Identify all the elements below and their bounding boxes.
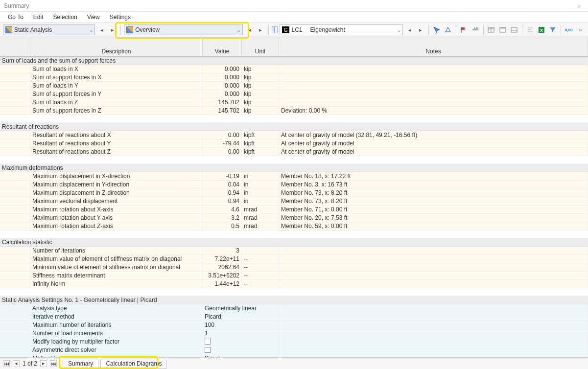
table-row[interactable]: Maximum vectorial displacement0.94inMemb… xyxy=(0,197,588,206)
tool-decimal-icon[interactable]: 0,00 xyxy=(564,25,573,35)
table-row[interactable]: Sum of loads in Y0.000kip xyxy=(0,82,588,90)
section-header: Static Analysis Settings No. 1 - Geometr… xyxy=(0,296,588,304)
page-indicator: 1 of 2 xyxy=(23,360,37,367)
table-row[interactable]: Number of load increments1 xyxy=(0,329,588,338)
page-next-button[interactable]: ▸ xyxy=(40,360,47,367)
menu-settings[interactable]: Settings xyxy=(105,13,136,22)
blank-row xyxy=(0,231,588,238)
analysis-next-button[interactable]: ▸ xyxy=(108,25,118,35)
toolbar-overflow-button[interactable]: » xyxy=(576,25,585,35)
menu-view[interactable]: View xyxy=(82,13,105,22)
svg-text:X: X xyxy=(540,28,543,33)
tool-dimension-icon[interactable]: x.xx xyxy=(470,25,480,35)
table-row[interactable]: Stiffness matrix determinant3.51e+6202-- xyxy=(0,272,588,280)
menu-selection[interactable]: Selection xyxy=(48,13,82,22)
col-notes: Notes xyxy=(279,37,588,56)
analysis-label: Static Analysis xyxy=(14,26,88,33)
table-row[interactable]: Infinity Norm1.44e+12-- xyxy=(0,280,588,288)
overview-prev-button[interactable]: ◂ xyxy=(245,25,255,35)
blank-row xyxy=(0,288,588,296)
table-row[interactable]: Resultant of reactions about X0.00kipftA… xyxy=(0,131,588,139)
table-row[interactable]: Sum of support forces in Y0.000kip xyxy=(0,90,588,98)
separator xyxy=(483,25,484,35)
table-row[interactable]: Resultant of reactions about Z0.00kipftA… xyxy=(0,148,588,156)
table-row[interactable]: Maximum displacement in Z-direction0.94i… xyxy=(0,189,588,197)
table-row[interactable]: Modify loading by multiplier factor xyxy=(0,338,588,346)
tool-table-icon[interactable] xyxy=(487,25,496,35)
blank-row xyxy=(0,115,588,123)
col-description: Description xyxy=(30,37,203,56)
table-row[interactable]: Maximum displacement in X-direction-0.19… xyxy=(0,172,588,181)
page-last-button[interactable]: ⏭ xyxy=(50,360,57,367)
table-row[interactable]: Maximum value of element of stiffness ma… xyxy=(0,255,588,263)
table-row[interactable]: Asymmetric direct solver xyxy=(0,346,588,354)
table-row[interactable]: Sum of support forces in Z145.702kipDevi… xyxy=(0,107,588,115)
svg-marker-0 xyxy=(446,27,450,32)
table-row[interactable]: Maximum number of iterations100 xyxy=(0,321,588,329)
loadcase-dropdown[interactable]: G LC1 Eigengewicht ⌵ xyxy=(280,24,403,35)
table-row[interactable]: Iterative methodPicard xyxy=(0,313,588,321)
page-prev-button[interactable]: ◂ xyxy=(13,360,20,367)
loadcase-next-button[interactable]: ▸ xyxy=(416,25,425,35)
loadcase-tag: G xyxy=(282,26,290,33)
footer: ⏮ ◂ 1 of 2 ▸ ⏭ Summary Calculation Diagr… xyxy=(0,357,588,369)
checkbox-icon[interactable] xyxy=(205,339,211,345)
table-row[interactable]: Maximum displacement in Y-direction0.04i… xyxy=(0,181,588,189)
section-header: Resultant of reactions xyxy=(0,123,588,131)
grid-body[interactable]: Sum of loads and the sum of support forc… xyxy=(0,57,588,365)
tool-table-row-icon[interactable] xyxy=(509,25,518,35)
table-row[interactable]: Sum of support forces in X0.000kip xyxy=(0,73,588,82)
cell-description: Sum of loads in X xyxy=(30,65,203,73)
tool-polygon-icon[interactable] xyxy=(443,25,452,35)
cell-value: 0.000 xyxy=(203,65,242,73)
tool-excel-icon[interactable]: X xyxy=(537,25,546,35)
tool-flag-icon[interactable] xyxy=(459,25,469,35)
table-row[interactable]: Maximum rotation about Y-axis-3.2mradMem… xyxy=(0,214,588,222)
overview-dropdown[interactable]: Overview ⌵ xyxy=(124,24,243,35)
loadcase-prev-button[interactable]: ◂ xyxy=(405,25,415,35)
chevron-down-icon: ⌵ xyxy=(398,27,400,33)
svg-rect-1 xyxy=(461,27,465,30)
menu-edit[interactable]: Edit xyxy=(28,13,48,22)
separator xyxy=(456,25,456,35)
table-row[interactable]: Maximum rotation about Z-axis0.5mradMemb… xyxy=(0,222,588,231)
table-row[interactable]: Sum of loads in X0.000kip xyxy=(0,65,588,73)
separator xyxy=(428,25,429,35)
tool-table-header-icon[interactable] xyxy=(498,25,507,35)
analysis-dropdown[interactable]: Static Analysis ⌵ xyxy=(3,24,95,35)
tool-align-icon[interactable] xyxy=(525,25,535,35)
tool-filter-icon[interactable] xyxy=(548,25,558,35)
table-row[interactable]: Analysis typeGeometrically linear xyxy=(0,304,588,313)
analysis-prev-button[interactable]: ◂ xyxy=(97,25,107,35)
tool-arrow-cursor-icon[interactable] xyxy=(432,25,441,35)
col-selector xyxy=(0,37,30,56)
grid-header: Description Value Unit Notes xyxy=(0,37,588,57)
table-row[interactable]: Minimum value of element of stiffness ma… xyxy=(0,263,588,272)
separator xyxy=(268,25,269,35)
overview-next-button[interactable]: ▸ xyxy=(256,25,265,35)
col-unit: Unit xyxy=(242,37,279,56)
svg-text:x.xx: x.xx xyxy=(474,26,478,29)
checkbox-icon[interactable] xyxy=(205,347,211,353)
table-row[interactable]: Resultant of reactions about Y-79.44kipf… xyxy=(0,139,588,148)
cell-unit: kip xyxy=(242,65,279,73)
menu-goto[interactable]: Go To xyxy=(3,13,28,22)
svg-marker-17 xyxy=(550,27,556,33)
close-icon[interactable]: × xyxy=(577,2,584,9)
loadcase-name: Eigengewicht xyxy=(310,26,345,33)
table-row[interactable]: Maximum rotation about X-axis4.6mradMemb… xyxy=(0,206,588,214)
overview-icon xyxy=(126,26,133,33)
section-header: Maximum deformations xyxy=(0,164,588,172)
color-swatch xyxy=(272,26,278,33)
svg-rect-10 xyxy=(511,30,517,31)
tab-summary[interactable]: Summary xyxy=(63,359,98,369)
blank-row xyxy=(0,156,588,164)
table-row[interactable]: Number of iterations3 xyxy=(0,247,588,255)
col-value: Value xyxy=(203,37,242,56)
table-row[interactable]: Sum of loads in Z145.702kip xyxy=(0,98,588,107)
loadcase-id: LC1 xyxy=(291,26,302,33)
section-header: Calculation statistic xyxy=(0,238,588,247)
page-first-button[interactable]: ⏮ xyxy=(3,360,10,367)
tab-calculation-diagrams[interactable]: Calculation Diagrams xyxy=(100,359,167,369)
cell-notes xyxy=(279,65,588,73)
